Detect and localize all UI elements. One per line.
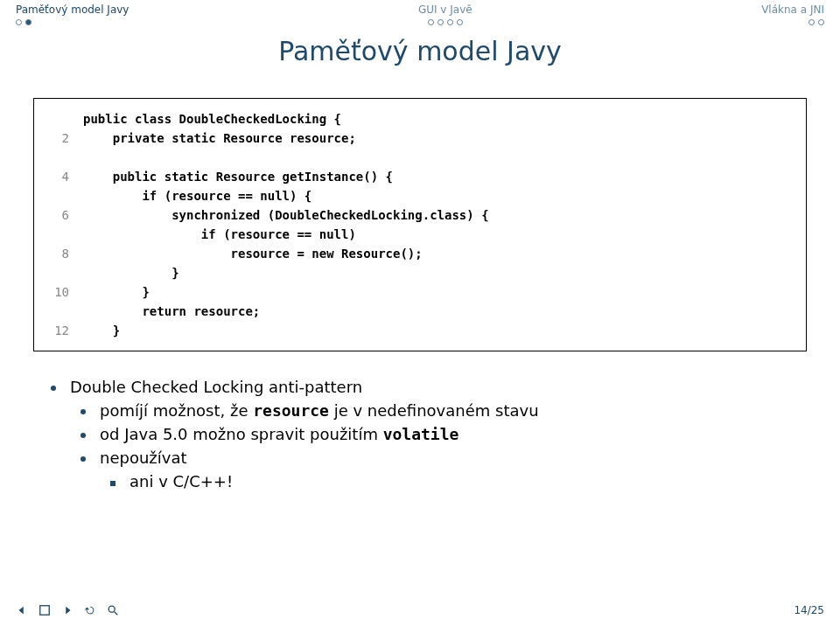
lineno: 10 xyxy=(54,282,69,302)
title-wrap: Paměťový model Javy xyxy=(0,36,840,66)
svg-point-1 xyxy=(108,606,115,612)
progress-dots-right xyxy=(808,19,824,25)
code-line: if (resource == null) xyxy=(83,227,356,241)
lineno: 6 xyxy=(62,205,69,225)
code-frame: 2 4 6 8 10 12 public class DoubleChecked… xyxy=(33,98,807,351)
header-label-left: Paměťový model Javy xyxy=(16,3,129,16)
nav-undo-icon[interactable] xyxy=(84,604,96,619)
code-line: } xyxy=(83,285,150,299)
header-label-right: Vlákna a JNI xyxy=(761,3,824,16)
inline-code: volatile xyxy=(383,425,459,443)
dot xyxy=(447,19,453,25)
lineno: 12 xyxy=(54,321,69,340)
header-section-center: GUI v Javě xyxy=(418,3,472,25)
nav-search-icon[interactable] xyxy=(107,604,119,619)
code-line: } xyxy=(83,266,179,280)
progress-dots-center xyxy=(428,19,463,25)
code-line: } xyxy=(83,323,120,337)
bullet-list: Double Checked Locking anti-pattern pomí… xyxy=(51,374,807,490)
bullet-level1: Double Checked Locking anti-pattern xyxy=(51,378,807,396)
lineno: 4 xyxy=(62,167,69,186)
svg-line-2 xyxy=(115,612,118,616)
nav-controls xyxy=(16,604,119,619)
code-body: public class DoubleCheckedLocking { priv… xyxy=(83,109,489,340)
page-title: Paměťový model Javy xyxy=(278,36,562,66)
nav-back-icon[interactable] xyxy=(16,604,28,619)
dot xyxy=(438,19,444,25)
slide-footer: 14/25 xyxy=(0,604,840,619)
code-line: public class DoubleCheckedLocking { xyxy=(83,112,341,126)
dot xyxy=(818,19,824,25)
line-number-gutter: 2 4 6 8 10 12 xyxy=(43,109,69,340)
inline-code: resource xyxy=(253,401,329,420)
code-line: return resource; xyxy=(83,304,260,318)
svg-rect-0 xyxy=(40,606,50,616)
nav-forward-icon[interactable] xyxy=(61,604,74,619)
header-section-left: Paměťový model Javy xyxy=(16,3,129,25)
bullet-text: pomíjí možnost, že xyxy=(100,401,253,420)
lineno: 8 xyxy=(62,244,69,263)
bullet-level2: pomíjí možnost, že resource je v nedefin… xyxy=(80,401,807,420)
progress-dots-left xyxy=(16,19,32,25)
dot-current xyxy=(25,19,32,25)
code-line: public static Resource getInstance() { xyxy=(83,170,393,184)
dot xyxy=(457,19,463,25)
code-line: private static Resource resource; xyxy=(83,131,356,145)
bullet-level2: nepoužívat xyxy=(80,449,807,467)
dot xyxy=(428,19,434,25)
bullet-text: je v nedefinovaném stavu xyxy=(329,401,539,420)
page-number: 14/25 xyxy=(794,604,824,619)
bullet-level2: od Java 5.0 možno spravit použitím volat… xyxy=(80,425,807,443)
code-line: if (resource == null) { xyxy=(83,189,312,203)
code-line: synchronized (DoubleCheckedLocking.class… xyxy=(83,208,489,222)
bullet-level3: ani v C/C++! xyxy=(110,472,807,490)
bullet-text: od Java 5.0 možno spravit použitím xyxy=(100,425,383,443)
lineno: 2 xyxy=(62,129,69,148)
header-label-center: GUI v Javě xyxy=(418,3,472,16)
code-line: resource = new Resource(); xyxy=(83,247,423,261)
nav-frame-icon[interactable] xyxy=(38,604,51,619)
dot xyxy=(808,19,815,25)
dot xyxy=(16,19,22,25)
slide-header: Paměťový model Javy GUI v Javě Vlákna a … xyxy=(0,0,840,27)
header-section-right: Vlákna a JNI xyxy=(761,3,824,25)
